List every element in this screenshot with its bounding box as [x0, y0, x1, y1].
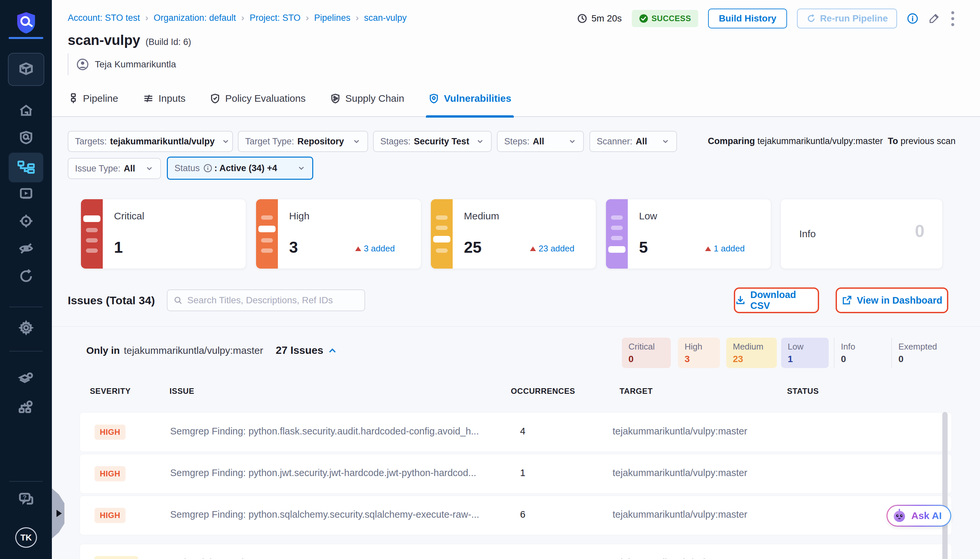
build-history-button[interactable]: Build History — [708, 8, 787, 28]
search-icon — [174, 295, 183, 305]
nav-pipelines-active[interactable] — [8, 153, 43, 182]
group-target: tejakummarikuntla/vulpy:master — [124, 345, 263, 356]
sidebar-divider — [9, 307, 43, 307]
chevron-up-icon[interactable] — [327, 346, 337, 356]
filter-issue-type[interactable]: Issue Type: All — [68, 158, 161, 179]
status-badge-text: SUCCESS — [651, 14, 691, 23]
severity-card-info[interactable]: Info 0 — [780, 199, 943, 269]
filter-label: Target Type: — [245, 136, 294, 147]
filter-value: Security Test — [414, 136, 469, 147]
nav-executions[interactable] — [0, 186, 52, 203]
breadcrumb-current[interactable]: scan-vulpy — [364, 13, 407, 23]
filter-status[interactable]: Status : Active (34) +4 — [167, 157, 313, 180]
nav-account-resources[interactable] — [0, 399, 52, 417]
scan-shield-icon — [18, 129, 34, 147]
nav-settings[interactable] — [0, 319, 52, 337]
nav-exemptions[interactable] — [0, 240, 52, 258]
col-severity: SEVERITY — [90, 387, 131, 396]
filter-scanner[interactable]: Scanner: All — [590, 131, 677, 152]
chip-info: Info 0 — [834, 337, 877, 368]
breadcrumb-separator: › — [145, 13, 148, 23]
issue-title[interactable]: Semgrep Finding: python.jwt.security.jwt… — [170, 468, 504, 478]
table-scrollbar[interactable] — [942, 412, 948, 559]
chevron-down-icon — [139, 164, 154, 173]
breadcrumb-organization[interactable]: Organization: default — [154, 13, 236, 23]
issue-title[interactable]: Semgrep Finding: python.flask.security.a… — [170, 426, 504, 437]
col-status: STATUS — [787, 387, 819, 396]
search-input[interactable] — [187, 295, 359, 306]
high-severity-bar — [256, 199, 278, 269]
card-label: Info — [799, 228, 816, 240]
nav-default-settings[interactable] — [0, 371, 52, 389]
card-label: Critical — [114, 210, 144, 222]
tab-pipeline[interactable]: Pipeline — [68, 86, 118, 110]
left-nav-sidebar: ? TK — [0, 0, 52, 559]
issues-search[interactable] — [167, 289, 365, 311]
help-chat-icon: ? — [18, 491, 35, 509]
issue-row[interactable]: HIGH Semgrep Finding: python.sqlalchemy.… — [79, 496, 952, 535]
filter-steps[interactable]: Steps: All — [497, 131, 584, 152]
severity-card-critical[interactable]: Critical 1 — [81, 199, 246, 269]
col-issue: ISSUE — [170, 387, 194, 396]
filter-value: Repository — [297, 136, 344, 147]
tab-vulnerabilities[interactable]: Vulnerabilities — [428, 86, 511, 110]
info-icon[interactable] — [907, 13, 918, 24]
issue-title[interactable]: Semgrep Finding: python.sqlalchemy.secur… — [170, 509, 504, 520]
added-indicator: 1 added — [705, 243, 745, 254]
tab-inputs[interactable]: Inputs — [143, 86, 186, 110]
issue-row[interactable]: MEDIUM Active debug code... 4 tejakummar… — [79, 544, 952, 559]
ai-bot-icon — [891, 508, 907, 524]
filter-value: All — [124, 164, 136, 174]
issue-occurrences: 6 — [520, 509, 526, 520]
nav-help[interactable]: ? — [0, 491, 52, 509]
card-label: Low — [639, 210, 657, 222]
info-icon — [203, 164, 212, 173]
breadcrumb-separator: › — [306, 13, 309, 23]
breadcrumb-project[interactable]: Project: STO — [250, 13, 300, 23]
issue-title[interactable]: Active debug code... — [170, 557, 504, 559]
triangle-up-icon — [530, 246, 536, 251]
low-severity-bar — [606, 199, 628, 269]
filter-label: Issue Type: — [75, 164, 121, 174]
harness-sto-logo[interactable] — [0, 11, 52, 34]
critical-severity-bar — [81, 199, 103, 269]
filter-target-type[interactable]: Target Type: Repository — [238, 131, 368, 152]
filter-value: : Active (34) +4 — [215, 163, 277, 174]
tab-supply-chain[interactable]: Supply Chain — [330, 86, 404, 110]
filter-stages[interactable]: Stages: Security Test — [373, 131, 492, 152]
col-target: TARGET — [620, 387, 653, 396]
severity-card-medium[interactable]: Medium 25 23 added — [431, 199, 596, 269]
chevron-down-icon — [654, 137, 670, 146]
rerun-label: Re-run Pipeline — [820, 13, 888, 24]
rerun-pipeline-button[interactable]: Re-run Pipeline — [797, 8, 897, 28]
ask-ai-button[interactable]: Ask AI — [886, 505, 951, 527]
issue-row[interactable]: HIGH Semgrep Finding: python.jwt.securit… — [79, 454, 952, 494]
nav-home[interactable] — [0, 103, 52, 120]
target-group-header[interactable]: Only in tejakummarikuntla/vulpy:master 2… — [86, 344, 337, 357]
more-options-menu[interactable] — [950, 10, 955, 27]
module-selector[interactable] — [8, 53, 44, 86]
nav-reruns[interactable] — [0, 268, 52, 285]
issue-row[interactable]: HIGH Semgrep Finding: python.flask.secur… — [79, 412, 952, 452]
refresh-icon — [806, 13, 816, 23]
chip-value: 23 — [733, 354, 770, 364]
severity-card-low[interactable]: Low 5 1 added — [606, 199, 771, 269]
severity-card-high[interactable]: High 3 3 added — [256, 199, 421, 269]
filter-targets[interactable]: Targets: tejakummarikuntla/vulpy — [68, 131, 233, 152]
breadcrumb-pipelines[interactable]: Pipelines — [314, 13, 350, 23]
section-divider — [52, 326, 980, 327]
duration-text: 5m 20s — [592, 13, 622, 24]
breadcrumb-separator: › — [355, 13, 359, 23]
nav-overview[interactable] — [0, 129, 52, 147]
download-csv-button[interactable]: Download CSV — [734, 288, 819, 313]
card-count: 0 — [915, 221, 924, 241]
comparing-prefix: Comparing — [708, 136, 755, 146]
breadcrumb-account[interactable]: Account: STO test — [68, 13, 140, 23]
nav-targets[interactable] — [0, 213, 52, 230]
user-avatar[interactable]: TK — [15, 527, 37, 548]
chip-medium: Medium 23 — [726, 337, 777, 368]
view-in-dashboard-button[interactable]: View in Dashboard — [836, 288, 948, 313]
tab-policy-evaluations[interactable]: Policy Evaluations — [210, 86, 305, 110]
ask-ai-label: Ask AI — [911, 510, 942, 521]
edit-pencil-icon[interactable] — [928, 13, 940, 25]
